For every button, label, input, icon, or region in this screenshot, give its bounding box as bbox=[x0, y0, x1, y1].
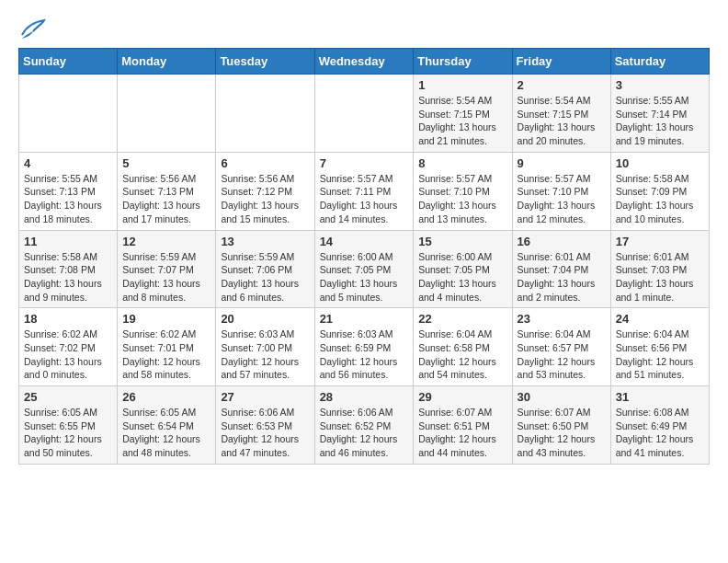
day-info: Sunrise: 5:57 AM Sunset: 7:11 PM Dayligh… bbox=[320, 172, 409, 226]
day-cell: 13Sunrise: 5:59 AM Sunset: 7:06 PM Dayli… bbox=[216, 230, 314, 308]
day-header-friday: Friday bbox=[512, 49, 610, 75]
day-info: Sunrise: 5:57 AM Sunset: 7:10 PM Dayligh… bbox=[418, 172, 506, 226]
week-row-3: 18Sunrise: 6:02 AM Sunset: 7:02 PM Dayli… bbox=[19, 308, 710, 386]
day-info: Sunrise: 6:03 AM Sunset: 7:00 PM Dayligh… bbox=[221, 327, 309, 382]
day-number: 11 bbox=[24, 235, 112, 248]
day-cell: 15Sunrise: 6:00 AM Sunset: 7:05 PM Dayli… bbox=[414, 230, 512, 308]
day-number: 6 bbox=[221, 156, 309, 170]
calendar-body: 1Sunrise: 5:54 AM Sunset: 7:15 PM Daylig… bbox=[19, 75, 710, 465]
day-header-monday: Monday bbox=[118, 49, 216, 75]
day-cell: 2Sunrise: 5:54 AM Sunset: 7:15 PM Daylig… bbox=[512, 75, 610, 153]
day-info: Sunrise: 6:04 AM Sunset: 6:57 PM Dayligh… bbox=[518, 327, 606, 382]
day-number: 23 bbox=[518, 312, 606, 326]
day-number: 5 bbox=[122, 156, 210, 170]
day-cell: 16Sunrise: 6:01 AM Sunset: 7:04 PM Dayli… bbox=[512, 230, 610, 308]
day-cell: 5Sunrise: 5:56 AM Sunset: 7:13 PM Daylig… bbox=[118, 152, 216, 230]
day-cell: 23Sunrise: 6:04 AM Sunset: 6:57 PM Dayli… bbox=[512, 308, 610, 386]
day-cell: 28Sunrise: 6:06 AM Sunset: 6:52 PM Dayli… bbox=[314, 386, 414, 465]
day-number: 19 bbox=[122, 312, 210, 326]
logo bbox=[18, 18, 46, 39]
day-number: 30 bbox=[518, 390, 606, 404]
day-cell: 31Sunrise: 6:08 AM Sunset: 6:49 PM Dayli… bbox=[610, 386, 709, 465]
day-cell: 3Sunrise: 5:55 AM Sunset: 7:14 PM Daylig… bbox=[610, 75, 709, 153]
day-cell: 17Sunrise: 6:01 AM Sunset: 7:03 PM Dayli… bbox=[610, 230, 709, 308]
day-number: 3 bbox=[616, 78, 704, 92]
day-info: Sunrise: 5:57 AM Sunset: 7:10 PM Dayligh… bbox=[518, 172, 606, 226]
day-cell: 21Sunrise: 6:03 AM Sunset: 6:59 PM Dayli… bbox=[314, 308, 414, 386]
day-number: 20 bbox=[221, 312, 309, 326]
day-info: Sunrise: 5:58 AM Sunset: 7:09 PM Dayligh… bbox=[616, 172, 704, 226]
day-number: 16 bbox=[518, 235, 606, 248]
day-info: Sunrise: 6:05 AM Sunset: 6:54 PM Dayligh… bbox=[122, 406, 210, 460]
day-info: Sunrise: 5:56 AM Sunset: 7:13 PM Dayligh… bbox=[122, 172, 210, 226]
day-info: Sunrise: 6:08 AM Sunset: 6:49 PM Dayligh… bbox=[616, 406, 704, 460]
day-info: Sunrise: 5:59 AM Sunset: 7:07 PM Dayligh… bbox=[122, 250, 210, 304]
day-cell: 1Sunrise: 5:54 AM Sunset: 7:15 PM Daylig… bbox=[414, 75, 512, 153]
day-info: Sunrise: 6:01 AM Sunset: 7:03 PM Dayligh… bbox=[616, 250, 704, 304]
calendar-header: SundayMondayTuesdayWednesdayThursdayFrid… bbox=[19, 49, 710, 75]
day-number: 4 bbox=[24, 156, 112, 170]
day-cell bbox=[314, 75, 414, 153]
week-row-1: 4Sunrise: 5:55 AM Sunset: 7:13 PM Daylig… bbox=[19, 152, 710, 230]
day-cell: 18Sunrise: 6:02 AM Sunset: 7:02 PM Dayli… bbox=[19, 308, 118, 386]
day-info: Sunrise: 6:00 AM Sunset: 7:05 PM Dayligh… bbox=[418, 250, 506, 304]
day-cell: 25Sunrise: 6:05 AM Sunset: 6:55 PM Dayli… bbox=[19, 386, 118, 465]
calendar-table: SundayMondayTuesdayWednesdayThursdayFrid… bbox=[18, 48, 710, 465]
day-info: Sunrise: 6:04 AM Sunset: 6:56 PM Dayligh… bbox=[616, 327, 704, 382]
logo-bird-icon bbox=[20, 18, 46, 39]
day-cell bbox=[19, 75, 118, 153]
day-info: Sunrise: 6:07 AM Sunset: 6:50 PM Dayligh… bbox=[518, 406, 606, 460]
day-info: Sunrise: 5:54 AM Sunset: 7:15 PM Dayligh… bbox=[518, 94, 606, 148]
day-header-tuesday: Tuesday bbox=[216, 49, 314, 75]
day-info: Sunrise: 5:56 AM Sunset: 7:12 PM Dayligh… bbox=[221, 172, 309, 226]
day-cell: 22Sunrise: 6:04 AM Sunset: 6:58 PM Dayli… bbox=[414, 308, 512, 386]
day-number: 8 bbox=[418, 156, 506, 170]
day-cell: 11Sunrise: 5:58 AM Sunset: 7:08 PM Dayli… bbox=[19, 230, 118, 308]
week-row-4: 25Sunrise: 6:05 AM Sunset: 6:55 PM Dayli… bbox=[19, 386, 710, 465]
day-number: 27 bbox=[221, 390, 309, 404]
day-info: Sunrise: 5:59 AM Sunset: 7:06 PM Dayligh… bbox=[221, 250, 309, 304]
day-cell: 6Sunrise: 5:56 AM Sunset: 7:12 PM Daylig… bbox=[216, 152, 314, 230]
day-number: 1 bbox=[418, 78, 506, 92]
day-number: 7 bbox=[320, 156, 409, 170]
day-cell: 8Sunrise: 5:57 AM Sunset: 7:10 PM Daylig… bbox=[414, 152, 512, 230]
day-cell: 7Sunrise: 5:57 AM Sunset: 7:11 PM Daylig… bbox=[314, 152, 414, 230]
day-header-wednesday: Wednesday bbox=[314, 49, 414, 75]
day-info: Sunrise: 5:55 AM Sunset: 7:14 PM Dayligh… bbox=[616, 94, 704, 148]
header-row: SundayMondayTuesdayWednesdayThursdayFrid… bbox=[19, 49, 710, 75]
day-number: 2 bbox=[518, 78, 606, 92]
day-info: Sunrise: 6:04 AM Sunset: 6:58 PM Dayligh… bbox=[418, 327, 506, 382]
day-number: 24 bbox=[616, 312, 704, 326]
day-cell: 30Sunrise: 6:07 AM Sunset: 6:50 PM Dayli… bbox=[512, 386, 610, 465]
day-cell: 24Sunrise: 6:04 AM Sunset: 6:56 PM Dayli… bbox=[610, 308, 709, 386]
day-cell: 12Sunrise: 5:59 AM Sunset: 7:07 PM Dayli… bbox=[118, 230, 216, 308]
day-cell: 27Sunrise: 6:06 AM Sunset: 6:53 PM Dayli… bbox=[216, 386, 314, 465]
day-info: Sunrise: 5:55 AM Sunset: 7:13 PM Dayligh… bbox=[24, 172, 112, 226]
day-number: 29 bbox=[418, 390, 506, 404]
day-number: 31 bbox=[616, 390, 704, 404]
week-row-2: 11Sunrise: 5:58 AM Sunset: 7:08 PM Dayli… bbox=[19, 230, 710, 308]
day-number: 10 bbox=[616, 156, 704, 170]
day-cell: 9Sunrise: 5:57 AM Sunset: 7:10 PM Daylig… bbox=[512, 152, 610, 230]
day-info: Sunrise: 6:07 AM Sunset: 6:51 PM Dayligh… bbox=[418, 406, 506, 460]
day-header-thursday: Thursday bbox=[414, 49, 512, 75]
day-info: Sunrise: 5:58 AM Sunset: 7:08 PM Dayligh… bbox=[24, 250, 112, 304]
day-number: 17 bbox=[616, 235, 704, 248]
day-cell bbox=[118, 75, 216, 153]
day-info: Sunrise: 6:06 AM Sunset: 6:53 PM Dayligh… bbox=[221, 406, 309, 460]
day-number: 15 bbox=[418, 235, 506, 248]
day-number: 9 bbox=[518, 156, 606, 170]
day-cell: 20Sunrise: 6:03 AM Sunset: 7:00 PM Dayli… bbox=[216, 308, 314, 386]
day-info: Sunrise: 5:54 AM Sunset: 7:15 PM Dayligh… bbox=[418, 94, 506, 148]
day-number: 12 bbox=[122, 235, 210, 248]
day-cell: 14Sunrise: 6:00 AM Sunset: 7:05 PM Dayli… bbox=[314, 230, 414, 308]
day-info: Sunrise: 6:05 AM Sunset: 6:55 PM Dayligh… bbox=[24, 406, 112, 460]
day-cell: 19Sunrise: 6:02 AM Sunset: 7:01 PM Dayli… bbox=[118, 308, 216, 386]
day-number: 13 bbox=[221, 235, 309, 248]
day-number: 21 bbox=[320, 312, 409, 326]
day-info: Sunrise: 6:01 AM Sunset: 7:04 PM Dayligh… bbox=[518, 250, 606, 304]
day-header-sunday: Sunday bbox=[19, 49, 118, 75]
day-info: Sunrise: 6:03 AM Sunset: 6:59 PM Dayligh… bbox=[320, 327, 409, 382]
page-header bbox=[18, 18, 710, 39]
week-row-0: 1Sunrise: 5:54 AM Sunset: 7:15 PM Daylig… bbox=[19, 75, 710, 153]
